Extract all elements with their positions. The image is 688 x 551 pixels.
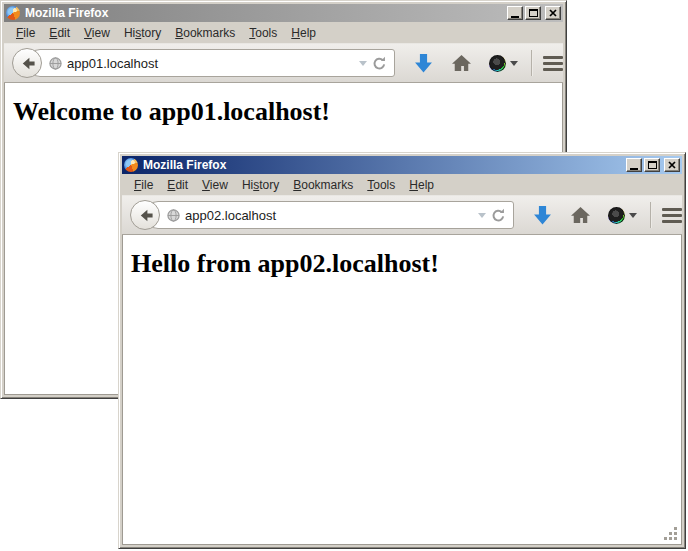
url-text[interactable]: app02.localhost	[185, 208, 473, 223]
maximize-icon	[648, 161, 657, 169]
open-menu-button[interactable]	[543, 56, 563, 71]
window-controls	[507, 6, 561, 20]
toolbar-separator	[531, 50, 532, 76]
globe-site-icon	[167, 209, 180, 222]
window-controls	[626, 158, 680, 172]
navigation-toolbar: app02.localhost	[122, 195, 682, 235]
maximize-button[interactable]	[644, 158, 660, 172]
color-wheel-icon	[489, 55, 506, 72]
back-icon	[137, 207, 154, 224]
close-button[interactable]	[545, 6, 561, 20]
minimize-icon	[511, 16, 519, 18]
page-content: Hello from app02.localhost!	[122, 235, 682, 545]
hamburger-menu-icon	[662, 208, 682, 211]
maximize-button[interactable]	[525, 6, 541, 20]
minimize-button[interactable]	[507, 6, 523, 20]
download-button[interactable]	[534, 206, 551, 225]
close-button[interactable]	[664, 158, 680, 172]
browser-window-app02[interactable]: Mozilla Firefox File Edit View History B…	[118, 152, 686, 549]
window-title: Mozilla Firefox	[141, 158, 623, 172]
home-button[interactable]	[452, 55, 471, 72]
menu-help[interactable]: Help	[284, 24, 323, 42]
page-heading: Hello from app02.localhost!	[131, 249, 681, 279]
firefox-icon	[6, 6, 20, 20]
url-bar[interactable]: app01.localhost	[26, 49, 395, 77]
download-button[interactable]	[415, 54, 432, 73]
color-wheel-icon	[608, 207, 625, 224]
addon-button[interactable]	[489, 55, 518, 72]
menu-history[interactable]: History	[117, 24, 168, 42]
menu-view[interactable]: View	[195, 176, 235, 194]
minimize-icon	[630, 168, 638, 170]
home-button[interactable]	[571, 207, 590, 224]
menu-file[interactable]: File	[9, 24, 42, 42]
menu-view[interactable]: View	[77, 24, 117, 42]
menu-tools[interactable]: Tools	[242, 24, 284, 42]
menu-bar: File Edit View History Bookmarks Tools H…	[122, 174, 682, 195]
menu-bookmarks[interactable]: Bookmarks	[286, 176, 360, 194]
reload-icon[interactable]	[491, 208, 506, 223]
menu-bookmarks[interactable]: Bookmarks	[168, 24, 242, 42]
menu-file[interactable]: File	[127, 176, 160, 194]
open-menu-button[interactable]	[662, 208, 682, 223]
navigation-toolbar: app01.localhost	[4, 43, 563, 83]
menu-help[interactable]: Help	[402, 176, 441, 194]
close-icon	[549, 9, 557, 17]
firefox-icon	[124, 158, 138, 172]
resize-grip[interactable]	[664, 527, 678, 541]
back-icon	[19, 55, 36, 72]
chevron-down-icon	[510, 61, 518, 70]
titlebar[interactable]: Mozilla Firefox	[4, 4, 563, 22]
hamburger-menu-icon	[543, 56, 563, 59]
back-button[interactable]	[12, 48, 42, 78]
urlbar-dropdown-icon[interactable]	[359, 61, 367, 70]
minimize-button[interactable]	[626, 158, 642, 172]
page-heading: Welcome to app01.localhost!	[13, 97, 562, 127]
urlbar-dropdown-icon[interactable]	[478, 213, 486, 222]
maximize-icon	[529, 9, 538, 17]
window-title: Mozilla Firefox	[23, 6, 504, 20]
menu-tools[interactable]: Tools	[360, 176, 402, 194]
menu-edit[interactable]: Edit	[42, 24, 77, 42]
chevron-down-icon	[629, 213, 637, 222]
menu-bar: File Edit View History Bookmarks Tools H…	[4, 22, 563, 43]
reload-icon[interactable]	[372, 56, 387, 71]
menu-edit[interactable]: Edit	[160, 176, 195, 194]
close-icon	[668, 161, 676, 169]
menu-history[interactable]: History	[235, 176, 286, 194]
titlebar[interactable]: Mozilla Firefox	[122, 156, 682, 174]
url-bar[interactable]: app02.localhost	[144, 201, 514, 229]
toolbar-separator	[650, 202, 651, 228]
addon-button[interactable]	[608, 207, 637, 224]
url-text[interactable]: app01.localhost	[67, 56, 354, 71]
back-button[interactable]	[130, 200, 160, 230]
globe-site-icon	[49, 57, 62, 70]
